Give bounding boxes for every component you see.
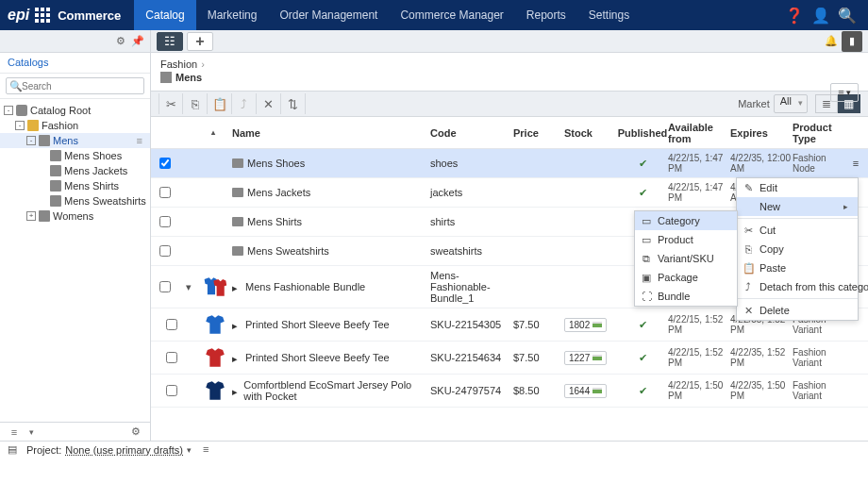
copy-button[interactable]: ⎘	[183, 93, 208, 114]
tab-catalog[interactable]: Catalog	[134, 0, 195, 30]
sub-bundle[interactable]: ⛶Bundle	[635, 287, 737, 306]
expand-toggle[interactable]: -	[15, 121, 25, 130]
pin-icon[interactable]: 📌	[129, 33, 146, 50]
row-price: $7.50	[513, 352, 564, 363]
ctx-delete[interactable]: ✕Delete	[737, 301, 858, 320]
ctx-new[interactable]: New▸ ▭Category ▭Product ⧉Variant/SKU ▣Pa…	[737, 197, 858, 216]
tree-label: Mens Shoes	[64, 150, 122, 161]
row-checkbox[interactable]	[166, 352, 177, 363]
assets-icon[interactable]: ▮	[842, 31, 862, 52]
table-row[interactable]: ▸Comfortblend EcoSmart Jersey Polo with …	[151, 375, 868, 408]
bell-icon[interactable]: 🔔	[821, 31, 842, 52]
layers-icon[interactable]: ▤	[8, 443, 21, 457]
gear-icon[interactable]: ⚙	[112, 33, 129, 50]
table-row[interactable]: ▸Printed Short Sleeve Beefy TeeSKU-22154…	[151, 342, 868, 375]
pane-settings-icon[interactable]: ≡	[6, 424, 23, 441]
expand-toggle[interactable]: +	[26, 211, 36, 221]
row-checkbox[interactable]	[166, 385, 177, 396]
col-expires[interactable]: Expires	[730, 127, 793, 139]
apps-icon[interactable]	[35, 8, 50, 23]
col-published[interactable]: Published	[617, 127, 668, 139]
stock-pill[interactable]: 1802	[564, 318, 607, 332]
row-checkbox[interactable]	[159, 216, 171, 227]
tree-node[interactable]: Mens Jackets	[0, 163, 150, 178]
expand-toggle[interactable]: -	[26, 136, 36, 145]
row-checkbox[interactable]	[159, 187, 171, 198]
pane-gear-icon[interactable]: ⚙	[127, 424, 144, 441]
flag-icon: ▸	[232, 353, 242, 362]
view-options-button[interactable]: ≡ ▾	[830, 83, 859, 102]
catalog-tree: -Catalog Root-Fashion-Mens≡Mens ShoesMen…	[0, 99, 150, 422]
col-name[interactable]: Name	[232, 127, 430, 139]
tree-label: Fashion	[42, 120, 78, 131]
cut-button[interactable]: ✂	[159, 93, 183, 114]
sub-package[interactable]: ▣Package	[635, 268, 737, 287]
row-code: SKU-22154305	[430, 319, 513, 330]
row-checkbox[interactable]	[159, 158, 171, 169]
catalog-search-input[interactable]	[6, 77, 144, 94]
tree-node[interactable]: -Catalog Root	[0, 103, 150, 118]
sub-product[interactable]: ▭Product	[635, 230, 737, 249]
row-menu-icon[interactable]: ≡	[853, 158, 859, 169]
tree-node[interactable]: Mens Shoes	[0, 148, 150, 163]
market-label: Market	[738, 98, 770, 109]
tree-node[interactable]: -Fashion	[0, 118, 150, 133]
project-value[interactable]: None (use primary drafts)	[65, 444, 183, 456]
tab-reports[interactable]: Reports	[515, 0, 577, 30]
expand-toggle[interactable]: -	[4, 106, 13, 115]
flag-icon: ▸	[232, 386, 240, 395]
page-icon	[50, 150, 61, 161]
col-available[interactable]: Available from	[668, 122, 730, 144]
tree-menu-icon[interactable]: ≡	[133, 135, 146, 146]
tab-settings[interactable]: Settings	[577, 0, 641, 30]
tree-mode-button[interactable]: ☷	[157, 32, 183, 51]
row-expires: 4/22/35, 1:52 PM	[730, 347, 793, 368]
delete-button[interactable]: ✕	[257, 93, 281, 114]
ctx-copy[interactable]: ⎘Copy	[737, 240, 858, 258]
tree-node[interactable]: Mens Sweatshirts	[0, 193, 150, 208]
published-icon: ✔	[617, 319, 668, 331]
project-dropdown-icon[interactable]: ▾	[187, 445, 192, 455]
sort-button[interactable]: ⇅	[281, 93, 306, 114]
help-icon[interactable]: ❓	[781, 0, 808, 30]
project-bar: ▤ Project: None (use primary drafts) ▾ ≡	[0, 441, 868, 458]
project-list-icon[interactable]: ≡	[203, 443, 216, 457]
tree-node[interactable]: +Womens	[0, 208, 150, 224]
col-code[interactable]: Code	[430, 127, 513, 139]
col-type[interactable]: Product Type	[793, 122, 847, 144]
grid-toolbar: ✂ ⎘ 📋 ⤴ ✕ ⇅ Market All ≣ ▦	[151, 91, 868, 117]
search-icon[interactable]: 🔍	[834, 0, 860, 30]
page-icon	[50, 165, 61, 176]
pane-dropdown-icon[interactable]: ▾	[23, 424, 40, 441]
sub-variant[interactable]: ⧉Variant/SKU	[635, 249, 737, 268]
sub-category[interactable]: ▭Category	[635, 211, 737, 230]
breadcrumb-parent[interactable]: Fashion	[160, 58, 197, 70]
tab-order-management[interactable]: Order Management	[268, 0, 389, 30]
ctx-edit[interactable]: ✎Edit	[737, 178, 858, 197]
row-expand[interactable]: ▾	[179, 281, 198, 293]
add-button[interactable]: +	[187, 32, 213, 51]
tree-node[interactable]: Mens Shirts	[0, 178, 150, 193]
brand: Commerce	[58, 8, 121, 23]
market-select[interactable]: All	[774, 94, 808, 113]
tab-commerce-manager[interactable]: Commerce Manager	[389, 0, 514, 30]
ctx-cut[interactable]: ✂Cut	[737, 221, 858, 240]
table-row[interactable]: Mens Shoesshoes✔4/22/15, 1:47 PM4/22/35,…	[151, 149, 868, 178]
catalogs-header[interactable]: Catalogs	[0, 53, 150, 74]
root-icon	[16, 105, 27, 116]
page-icon	[39, 210, 50, 222]
row-checkbox[interactable]	[159, 281, 171, 292]
tree-node[interactable]: -Mens≡	[0, 133, 150, 148]
row-expires: 4/22/35, 12:00 AM	[730, 153, 793, 174]
tab-marketing[interactable]: Marketing	[196, 0, 269, 30]
package-icon: ▣	[641, 272, 652, 284]
col-price[interactable]: Price	[513, 127, 564, 139]
stock-pill[interactable]: 1644	[564, 384, 607, 398]
col-stock[interactable]: Stock	[564, 127, 617, 139]
detach-button: ⤴	[232, 93, 257, 114]
page-icon	[50, 195, 61, 207]
stock-pill[interactable]: 1227	[564, 351, 607, 365]
user-icon[interactable]: 👤	[808, 0, 834, 30]
row-checkbox[interactable]	[159, 245, 171, 257]
row-checkbox[interactable]	[166, 319, 177, 330]
